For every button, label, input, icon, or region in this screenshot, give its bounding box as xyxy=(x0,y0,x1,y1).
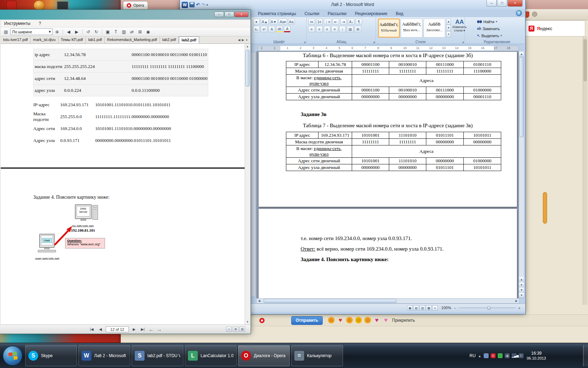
scrollbar-thumb[interactable] xyxy=(519,57,524,137)
bullets-icon[interactable]: •≡ xyxy=(308,19,315,25)
zoom-level[interactable]: 100% xyxy=(441,306,451,310)
change-case-icon[interactable]: Аа▾ xyxy=(279,19,287,25)
hidden-icons-button[interactable]: ▴ xyxy=(479,354,481,358)
word-horizontal-scrollbar[interactable]: ◀ ▶ xyxy=(256,298,519,304)
vertical-ruler[interactable] xyxy=(251,52,256,297)
shading-icon[interactable]: ▨ xyxy=(347,26,354,32)
document-tab[interactable]: mark_isl.djvu xyxy=(30,36,58,43)
minimize-button[interactable]: – xyxy=(214,12,224,17)
text-select-icon[interactable]: T xyxy=(112,28,119,35)
save-icon[interactable] xyxy=(189,2,195,7)
taskbar-button-lancalc[interactable]: LLanCalculator 1.0... xyxy=(185,345,237,366)
full-screen-reading-view-icon[interactable]: ▤ xyxy=(413,305,419,311)
history-back-icon[interactable]: ← xyxy=(149,327,154,332)
previous-page-icon[interactable]: ▲ xyxy=(519,277,524,282)
change-styles-button[interactable]: АА Изменить стили ▾ xyxy=(452,19,467,38)
last-page-button[interactable]: ▶| xyxy=(139,326,146,333)
ribbon-tab-ссылки[interactable]: Ссылки xyxy=(301,11,323,17)
taskbar-button-calc[interactable]: =Калькулятор xyxy=(291,345,343,366)
desktop-shortcut-icon[interactable] xyxy=(6,1,17,10)
first-page-button[interactable]: |◀ xyxy=(88,326,95,333)
scrollbar-thumb[interactable] xyxy=(583,39,587,81)
scroll-right-icon[interactable]: ▶ xyxy=(514,299,519,303)
minimize-button[interactable]: – xyxy=(486,0,497,7)
yandex-search-panel[interactable]: Я Яндекс xyxy=(525,20,585,36)
font-color-icon[interactable]: А xyxy=(284,26,290,32)
zoom-slider[interactable]: − + xyxy=(454,306,520,310)
text-effects-icon[interactable]: А xyxy=(268,26,275,32)
clear-formatting-icon[interactable]: Аа xyxy=(288,19,295,25)
scroll-down-icon[interactable]: ▼ xyxy=(519,293,524,298)
close-button[interactable]: × xyxy=(507,0,523,7)
antivirus-tray-icon[interactable] xyxy=(498,353,503,358)
stdu-title-bar[interactable]: – □ × xyxy=(0,10,251,20)
dialog-launcher-icon[interactable]: ◢ xyxy=(462,41,464,43)
clock[interactable]: 16:39 06.10.2013 xyxy=(527,351,546,361)
taskbar-button-word[interactable]: WЛа6 2 - Microsoft ... xyxy=(78,345,130,366)
continuous-layout-icon[interactable]: ▤ xyxy=(239,327,245,332)
show-desktop-button[interactable] xyxy=(583,345,588,366)
align-center-icon[interactable]: ≡ xyxy=(316,26,323,32)
tongue-smiley-icon[interactable]: ☺ xyxy=(364,317,371,323)
ribbon-tab-разметка-страницы[interactable]: Разметка страницы xyxy=(254,11,300,17)
office-button-icon[interactable]: W xyxy=(182,2,188,8)
document-tab[interactable]: Rekomendacii_Marketing.pdf xyxy=(105,36,160,43)
smiley-icon[interactable]: ☺ xyxy=(328,317,335,323)
pdf-scrollbar[interactable]: ▲ ▼ xyxy=(245,44,250,325)
wink-smiley-icon[interactable]: ☺ xyxy=(346,317,353,323)
print-layout-view-icon[interactable]: ▣ xyxy=(407,305,413,311)
maximize-button[interactable]: □ xyxy=(497,0,507,7)
opera-browser-tab[interactable]: Opera xyxy=(123,1,148,9)
gear-icon[interactable] xyxy=(532,12,537,17)
font-size-combo-arrow-icon[interactable]: ▾ xyxy=(253,19,260,25)
decrease-indent-icon[interactable]: ⇤ xyxy=(332,19,339,25)
style-card[interactable]: АаБбВвГг,¶Обычный xyxy=(378,19,400,38)
ribbon-tab-вид[interactable]: Вид xyxy=(392,11,407,17)
desktop-shortcut-icon[interactable] xyxy=(57,1,69,10)
pink-heart-icon[interactable]: ♥ xyxy=(383,317,389,323)
zoom-out-icon[interactable]: − xyxy=(454,306,456,310)
draft-view-icon[interactable]: ≡ xyxy=(432,305,438,311)
facing-pages-layout-icon[interactable]: ⊞ xyxy=(233,327,238,332)
style-card[interactable]: АаБбВвГг,¶Без инте... xyxy=(401,19,422,38)
sort-icon[interactable]: А↓ xyxy=(348,19,355,25)
next-page-button[interactable]: ▶ xyxy=(131,326,138,333)
single-page-layout-icon[interactable]: ▭ xyxy=(226,327,232,332)
word-title-bar[interactable]: Ла6 2 - Microsoft Word W ↶ ↷ ▾ – □ × xyxy=(180,0,525,9)
volume-tray-icon[interactable]: ◂) xyxy=(505,353,510,358)
pdf-view-area[interactable]: ip адрес12.34.56.7800001100 00100010 001… xyxy=(1,44,250,325)
align-right-icon[interactable]: ≡ xyxy=(324,26,330,32)
action-center-tray-icon[interactable]: ⚐ xyxy=(519,353,524,358)
network-tray-icon[interactable]: ▁▃▅ xyxy=(512,353,517,358)
copy-page-icon[interactable]: ⊞ xyxy=(136,28,144,35)
menu-tools[interactable]: Инструменты xyxy=(4,21,30,26)
gallery-more-icon[interactable]: ▾ xyxy=(446,31,451,37)
rotate-right-icon[interactable]: ↻ xyxy=(93,28,100,35)
align-left-icon[interactable]: ≡ xyxy=(308,26,315,32)
previous-view-icon[interactable]: ◀ xyxy=(65,28,72,35)
opera-tray-icon[interactable]: O xyxy=(491,353,496,358)
scroll-up-icon[interactable]: ▲ xyxy=(519,52,524,57)
taskbar-button-skype[interactable]: SSkype xyxy=(25,345,77,366)
style-card[interactable]: АаБбВЗаголово... xyxy=(424,19,445,38)
subscript-icon[interactable]: x₂ xyxy=(253,26,260,32)
document-tab[interactable]: Темы КП.pdf xyxy=(58,36,86,43)
word-vertical-scrollbar[interactable]: ▲ ▲ ● ▼ ▼ xyxy=(519,51,524,298)
help-icon[interactable]: ? xyxy=(516,10,522,16)
outline-view-icon[interactable]: ▦ xyxy=(426,305,432,311)
history-forward-icon[interactable]: → xyxy=(157,327,162,332)
web-layout-view-icon[interactable]: ▥ xyxy=(420,305,425,311)
previous-page-button[interactable]: ◀ xyxy=(97,326,104,333)
zoom-in-icon[interactable]: + xyxy=(518,306,520,310)
document-tab[interactable]: tstu-tver17.pdf xyxy=(1,36,30,43)
highlight-color-icon[interactable]: ab xyxy=(276,26,283,32)
taskbar-button-opera[interactable]: OДиалоги - Opera xyxy=(238,345,290,366)
qat-menu-icon[interactable]: ▾ xyxy=(206,3,208,7)
increase-indent-icon[interactable]: ⇥ xyxy=(340,19,347,25)
send-button[interactable]: Отправить xyxy=(291,316,323,325)
stdu-tray-icon[interactable] xyxy=(484,353,489,358)
scroll-position-marker[interactable] xyxy=(543,192,547,224)
document-area[interactable]: Таблица 6 - Выделение маской номера сети… xyxy=(256,51,519,298)
export-icon[interactable]: ◉ xyxy=(145,28,152,35)
language-indicator[interactable]: RU xyxy=(470,353,476,358)
